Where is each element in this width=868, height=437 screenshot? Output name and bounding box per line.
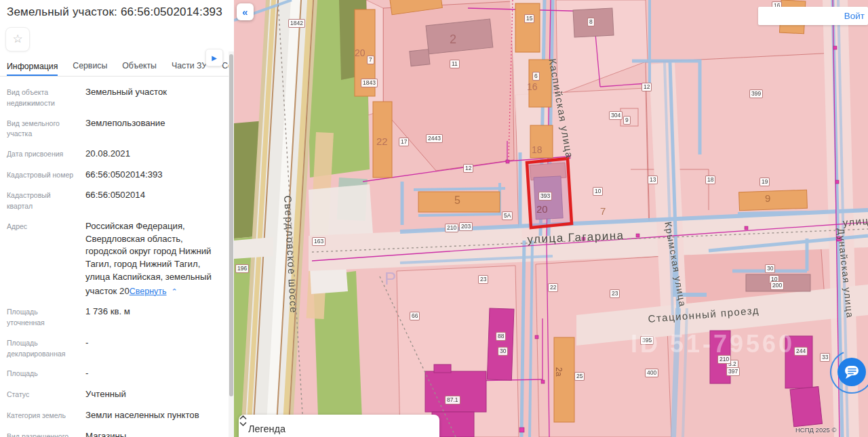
collapse-address-link[interactable]: Свернуть⌃ bbox=[130, 286, 178, 298]
field-value: Учтенный bbox=[85, 388, 219, 401]
field-value: 1 736 кв. м bbox=[85, 306, 219, 329]
field-row: Кадастровый квартал66:56:0502014 bbox=[7, 189, 219, 212]
parcel-number-label: 23 bbox=[610, 289, 620, 298]
favorite-button[interactable]: ☆ bbox=[5, 27, 30, 51]
parcel-number-label: 17 bbox=[399, 138, 409, 146]
chevrons-left-icon: « bbox=[242, 6, 248, 18]
chevron-right-icon: ▶ bbox=[212, 54, 217, 62]
chat-icon bbox=[829, 350, 868, 394]
map-canvas[interactable]: Свердловское шоссеКаспийская улицаКрымск… bbox=[234, 0, 868, 437]
sidebar-collapse-button[interactable]: « bbox=[237, 3, 254, 20]
field-label: Адрес bbox=[7, 220, 77, 297]
parcel-number-label: 244 bbox=[794, 347, 808, 356]
chevron-up-icon: ⌃ bbox=[172, 287, 178, 297]
map-attribution: НСПД 2025 © bbox=[795, 426, 836, 434]
legend-toggle[interactable]: Легенда bbox=[239, 415, 439, 437]
sidebar-scrollbar[interactable] bbox=[229, 51, 234, 437]
tabs-scroll-button[interactable]: ▶ bbox=[205, 49, 223, 66]
building-number-label: 20 bbox=[355, 47, 366, 58]
parcel-number-label: 210 bbox=[445, 224, 458, 232]
field-row: Вид объекта недвижимостиЗемельный участо… bbox=[7, 86, 219, 109]
field-label: Вид земельного участка bbox=[7, 117, 77, 140]
parcel-number-label: 397 bbox=[726, 367, 740, 376]
expand-collapse-icon bbox=[239, 415, 248, 427]
field-row: Вид разрешенного использованияМагазины bbox=[7, 430, 219, 437]
parcel-number-label: 11 bbox=[450, 60, 460, 68]
parcel-number-label: 163 bbox=[312, 237, 326, 246]
field-label: Площадь декларированная bbox=[7, 337, 77, 360]
page-title: Земельный участок: 66:56:0502014:393 bbox=[0, 0, 234, 19]
field-row: Площадь- bbox=[7, 367, 219, 380]
parcel-number-label: 25 bbox=[574, 372, 585, 381]
field-value: 20.08.2021 bbox=[85, 148, 219, 161]
field-label: Вид объекта недвижимости bbox=[7, 86, 77, 109]
parcel-number-label: 8 bbox=[587, 18, 595, 26]
parcel-number-label: 6 bbox=[532, 72, 540, 81]
parcel-number-label: 12 bbox=[642, 83, 652, 91]
parcel-number-label: 7 bbox=[367, 56, 374, 64]
parcel-number-label: 10 bbox=[593, 187, 603, 196]
tab-2[interactable]: Объекты bbox=[122, 61, 157, 76]
parcel-number-label: 203 bbox=[459, 222, 473, 231]
parcel-number-label: 399 bbox=[749, 89, 763, 98]
field-value: Российская Федерация, Свердловская облас… bbox=[85, 220, 219, 297]
app-window: Свердловское шоссеКаспийская улицаКрымск… bbox=[0, 0, 868, 437]
parcel-number-label: 22 bbox=[548, 283, 558, 292]
field-row: Площадь декларированная- bbox=[7, 337, 219, 360]
parcel-number-label: 9 bbox=[623, 116, 631, 125]
tab-1[interactable]: Сервисы bbox=[73, 61, 107, 76]
field-value: Землепользование bbox=[85, 117, 219, 140]
field-value: 66:56:0502014:393 bbox=[85, 169, 219, 182]
field-value: Земельный участок bbox=[85, 86, 219, 109]
field-value: Магазины bbox=[85, 430, 219, 437]
field-label: Кадастровый квартал bbox=[7, 189, 77, 212]
street-name-label: улица bbox=[842, 214, 868, 228]
parcel-number-label: 5А bbox=[502, 211, 513, 220]
parcel-number-label: 66 bbox=[410, 312, 420, 320]
parcel-number-label: 1842 bbox=[288, 19, 305, 28]
parcel-number-label: 18 bbox=[705, 175, 715, 184]
field-value: - bbox=[85, 367, 219, 380]
login-label: Войт bbox=[844, 11, 865, 21]
legend-label: Легенда bbox=[248, 422, 285, 434]
field-row: АдресРоссийская Федерация, Свердловская … bbox=[7, 220, 219, 297]
field-label: Вид разрешенного использования bbox=[7, 430, 77, 437]
parcel-number-label: 30 bbox=[498, 347, 508, 356]
fields-list: Вид объекта недвижимостиЗемельный участо… bbox=[0, 77, 229, 437]
parcel-number-label: 393 bbox=[538, 192, 552, 201]
parcel-number-label: 1843 bbox=[361, 79, 378, 87]
parcel-number-label: 15 bbox=[524, 14, 534, 23]
star-icon: ☆ bbox=[12, 33, 22, 45]
building-number-label: 7 bbox=[600, 205, 606, 217]
parcel-number-label: 19 bbox=[760, 178, 770, 186]
scrollbar-thumb[interactable] bbox=[229, 54, 233, 396]
field-label: Категория земель bbox=[7, 409, 77, 422]
parcel-number-label: 30 bbox=[765, 264, 775, 273]
parcel-number-label: 88 bbox=[496, 332, 506, 341]
watermark: ID 51-79560 bbox=[631, 330, 795, 358]
parcel-number-label: 12 bbox=[463, 164, 473, 173]
parcel-number-label: 304 bbox=[609, 111, 623, 120]
parcel-number-label: 87.1 bbox=[445, 396, 460, 404]
field-row: Площадь уточненная1 736 кв. м bbox=[7, 306, 219, 329]
login-button[interactable]: Войт bbox=[758, 7, 868, 25]
field-row: Кадастровый номер66:56:0502014:393 bbox=[7, 169, 219, 182]
building-number-label: 16 bbox=[527, 81, 538, 92]
field-label: Кадастровый номер bbox=[7, 169, 77, 182]
field-label: Дата присвоения bbox=[7, 148, 77, 161]
tab-3[interactable]: Части ЗУ bbox=[172, 61, 207, 76]
parcel-number-label: 23 bbox=[478, 275, 488, 284]
tab-bar: ИнформацияСервисыОбъектыЧасти ЗУСостаГ bbox=[0, 58, 234, 77]
tab-0[interactable]: Информация bbox=[7, 62, 58, 77]
field-label: Статус bbox=[7, 388, 77, 401]
building-number-label: Р bbox=[384, 268, 396, 289]
parcel-info-panel: Земельный участок: 66:56:0502014:393 ☆ И… bbox=[0, 0, 234, 437]
parcel-number-label: 200 bbox=[770, 281, 784, 290]
building-number-label: 2 bbox=[450, 33, 456, 47]
field-label: Площадь уточненная bbox=[7, 306, 77, 329]
field-label: Площадь bbox=[7, 367, 77, 380]
chat-button[interactable] bbox=[829, 350, 868, 394]
building-number-label: 20 bbox=[536, 203, 548, 215]
field-value: 66:56:0502014 bbox=[85, 189, 219, 212]
building-number-label: 9 bbox=[765, 192, 770, 204]
